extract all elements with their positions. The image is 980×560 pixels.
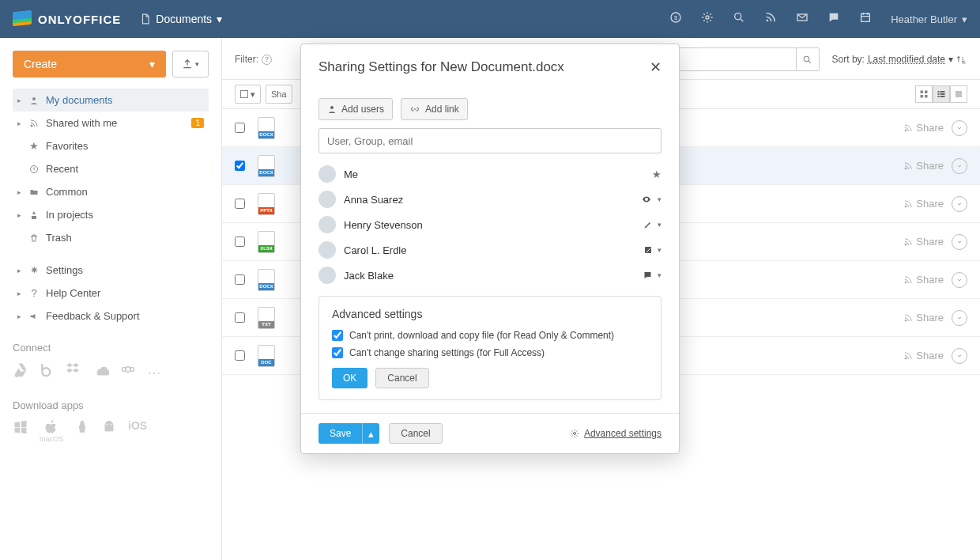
modal-footer: Save ▴ Cancel Advanced settings: [301, 413, 679, 453]
chat-icon[interactable]: [827, 11, 840, 27]
windows-icon[interactable]: [13, 419, 28, 443]
svg-point-14: [111, 424, 112, 426]
currency-icon[interactable]: $: [669, 11, 682, 27]
sidebar-item-settings[interactable]: ▸✷Settings: [13, 259, 209, 282]
search-input[interactable]: [669, 47, 796, 71]
row-checkbox[interactable]: [235, 312, 245, 323]
box-icon[interactable]: [40, 361, 55, 380]
checkbox-input[interactable]: [332, 347, 343, 358]
more-icon[interactable]: …: [147, 361, 161, 380]
save-dropdown-button[interactable]: ▴: [362, 423, 379, 444]
share-link[interactable]: Share: [903, 160, 944, 172]
restrict-download-checkbox[interactable]: Can't print, download and copy file (for…: [332, 330, 648, 341]
permission-selector[interactable]: ▾: [643, 271, 662, 280]
googledrive-icon[interactable]: [13, 361, 28, 380]
mail-icon[interactable]: [796, 11, 808, 27]
sidebar-item-favorites[interactable]: ★Favorites: [13, 134, 209, 157]
share-button[interactable]: Sha: [266, 85, 292, 104]
sort-direction-icon[interactable]: [956, 54, 967, 65]
row-checkbox[interactable]: [235, 161, 245, 171]
sidebar-item-my-documents[interactable]: ▸My documents: [13, 89, 209, 112]
checkbox-input[interactable]: [332, 330, 343, 341]
row-menu-button[interactable]: [952, 158, 967, 174]
help-icon[interactable]: ?: [262, 55, 272, 65]
search-button[interactable]: [796, 47, 820, 71]
share-link[interactable]: Share: [903, 122, 944, 134]
save-button[interactable]: Save: [318, 423, 362, 444]
sidebar-item-common[interactable]: ▸Common: [13, 180, 209, 203]
onedrive-icon[interactable]: [93, 361, 109, 380]
svg-point-2: [706, 16, 709, 19]
search-icon[interactable]: [733, 11, 745, 27]
row-menu-button[interactable]: [952, 234, 967, 250]
filter-label: Filter: ?: [235, 54, 272, 65]
ok-button[interactable]: OK: [332, 368, 368, 388]
upload-button[interactable]: ▾: [172, 51, 209, 78]
advanced-settings-link[interactable]: Advanced settings: [570, 428, 662, 439]
close-button[interactable]: ✕: [650, 59, 662, 76]
share-link[interactable]: Share: [903, 236, 944, 248]
add-users-button[interactable]: Add users: [318, 98, 393, 120]
android-icon[interactable]: [101, 419, 117, 443]
gear-icon[interactable]: [701, 11, 714, 27]
select-all-button[interactable]: ▾: [235, 85, 261, 104]
row-menu-button[interactable]: [952, 348, 967, 364]
sort-control[interactable]: Sort by: Last modified date ▾: [832, 54, 967, 65]
share-link[interactable]: Share: [903, 198, 944, 210]
nextcloud-icon[interactable]: [120, 361, 136, 380]
sidebar-item-label: Help Center: [46, 287, 100, 299]
permission-selector[interactable]: ▾: [643, 245, 662, 255]
app-logo[interactable]: ONLYOFFICE: [13, 9, 121, 28]
row-checkbox[interactable]: [235, 236, 245, 247]
sidebar-item-feedback[interactable]: ▸Feedback & Support: [13, 305, 209, 327]
ios-icon[interactable]: iOS: [128, 419, 147, 443]
feed-icon[interactable]: [764, 11, 777, 27]
share-search-input[interactable]: [318, 128, 662, 153]
sidebar-item-trash[interactable]: Trash: [13, 226, 209, 249]
calendar-icon[interactable]: [859, 11, 872, 27]
create-button[interactable]: Create ▾: [13, 51, 166, 78]
linux-icon[interactable]: [74, 419, 90, 443]
advanced-title: Advanced settings: [332, 308, 648, 320]
view-compact-button[interactable]: [950, 85, 967, 103]
permission-selector[interactable]: ▾: [640, 195, 662, 204]
share-link[interactable]: Share: [903, 274, 944, 286]
sidebar-item-recent[interactable]: Recent: [13, 157, 209, 180]
share-link[interactable]: Share: [903, 312, 944, 324]
svg-rect-6: [861, 13, 870, 21]
modal-title: Sharing Settings for New Document.docx: [318, 59, 564, 75]
sidebar-item-projects[interactable]: ▸In projects: [13, 203, 209, 226]
clock-icon: [27, 165, 41, 174]
row-menu-button[interactable]: [952, 196, 967, 212]
row-menu-button[interactable]: [952, 272, 967, 288]
add-link-button[interactable]: Add link: [401, 98, 468, 120]
user-menu[interactable]: Heather Butler ▾: [891, 13, 967, 25]
svg-point-8: [31, 125, 32, 127]
macos-icon[interactable]: macOS: [40, 419, 63, 443]
svg-rect-20: [938, 91, 940, 93]
sidebar-item-help[interactable]: ▸?Help Center: [13, 282, 209, 305]
dropbox-icon[interactable]: [66, 361, 82, 380]
share-link[interactable]: Share: [903, 350, 944, 361]
row-checkbox[interactable]: [235, 274, 245, 285]
checkbox-label: Can't print, download and copy file (for…: [349, 330, 614, 341]
svg-text:$: $: [674, 14, 677, 21]
restrict-sharing-checkbox[interactable]: Can't change sharing settings (for Full …: [332, 347, 648, 358]
view-grid-button[interactable]: [915, 85, 933, 103]
download-title: Download apps: [13, 399, 209, 411]
badge: 1: [191, 118, 204, 128]
row-menu-button[interactable]: [952, 120, 967, 136]
link-label: Advanced settings: [584, 428, 662, 439]
cancel-button[interactable]: Cancel: [389, 423, 442, 444]
permission-selector[interactable]: ▾: [643, 220, 662, 229]
cancel-button[interactable]: Cancel: [375, 368, 428, 388]
row-checkbox[interactable]: [235, 199, 245, 209]
sidebar-item-shared[interactable]: ▸Shared with me1: [13, 112, 209, 134]
module-dropdown[interactable]: Documents ▾: [140, 13, 222, 25]
row-checkbox[interactable]: [235, 123, 245, 133]
row-menu-button[interactable]: [952, 310, 967, 326]
row-checkbox[interactable]: [235, 350, 245, 361]
svg-rect-18: [921, 95, 924, 98]
view-list-button[interactable]: [933, 85, 950, 103]
svg-point-27: [905, 168, 906, 169]
